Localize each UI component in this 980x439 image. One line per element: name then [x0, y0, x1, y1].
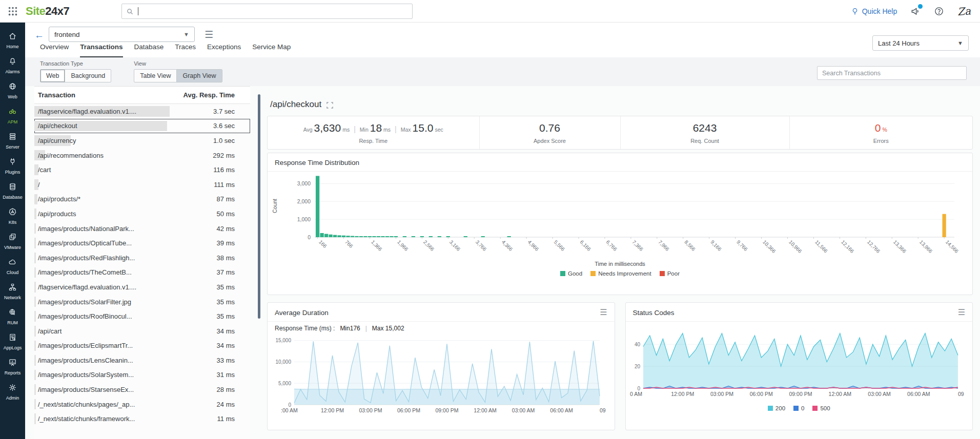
avg-value: 3,630	[314, 122, 341, 134]
tab-database[interactable]: Database	[134, 43, 164, 57]
table-row[interactable]: /api/products/*87 ms	[34, 192, 250, 207]
card-menu-icon[interactable]: ☰	[600, 308, 607, 317]
table-row[interactable]: /images/products/RedFlashligh...38 ms	[34, 250, 250, 265]
apps-grid-icon[interactable]	[7, 6, 18, 17]
average-duration-subtitle: Response Time (ms) : Min176 | Max 15,002	[268, 322, 615, 333]
legend-item-poor[interactable]: Poor	[660, 270, 680, 277]
table-row[interactable]: /images/products/StarsenseEx...28 ms	[34, 382, 250, 397]
sidebar-item-vmware[interactable]: VMware	[0, 228, 25, 254]
segment-table-view[interactable]: Table View	[134, 70, 176, 82]
legend-item-500[interactable]: 500	[812, 405, 830, 411]
sidebar-item-label: Database	[3, 195, 23, 200]
segment-graph-view[interactable]: Graph View	[176, 70, 221, 82]
sidebar-item-k8s[interactable]: K8s	[0, 203, 25, 228]
table-row[interactable]: /cart116 ms	[34, 162, 250, 177]
segment-background[interactable]: Background	[65, 70, 111, 82]
scrollbar-thumb[interactable]	[258, 94, 260, 319]
sidebar-item-apm[interactable]: APM	[0, 103, 25, 128]
sidebar-item-admin[interactable]: Admin	[0, 379, 25, 404]
sidebar-item-database[interactable]: Database	[0, 178, 25, 203]
application-selector[interactable]: frontend ▼	[49, 27, 195, 42]
sidebar-item-plugins[interactable]: Plugins	[0, 153, 25, 178]
avg-duration-chart[interactable]: 05,00010,00015,000:00 AM12:00 PM03:00 PM…	[268, 333, 606, 416]
sidebar-item-cloud[interactable]: Cloud	[0, 254, 25, 279]
sidebar-item-network[interactable]: Network	[0, 279, 25, 304]
errors-unit: %	[882, 127, 887, 133]
sidebar-item-server[interactable]: Server	[0, 128, 25, 153]
transaction-name: /images/products/SolarFilter.jpg	[34, 298, 131, 306]
transactions-table-header: Transaction Avg. Resp. Time	[34, 86, 250, 104]
help-icon[interactable]	[934, 6, 944, 16]
table-row[interactable]: /images/products/NationalPark...42 ms	[34, 221, 250, 236]
table-row[interactable]: /api/cart34 ms	[34, 324, 250, 339]
sidebar-item-applogs[interactable]: AppLogs	[0, 329, 25, 354]
average-duration-header: Average Duration ☰	[268, 303, 615, 322]
topbar-actions: Quick Help Za	[851, 0, 971, 23]
table-row[interactable]: /images/products/EclipsmartTr...34 ms	[34, 339, 250, 353]
table-row[interactable]: /flagservice/flagd.evaluation.v1....35 m…	[34, 280, 250, 295]
tab-traces[interactable]: Traces	[175, 43, 196, 57]
legend-label: 500	[820, 405, 830, 411]
table-row[interactable]: /images/products/OpticalTube...39 ms	[34, 236, 250, 250]
table-row[interactable]: /_next/static/chunks/framework...11 ms	[34, 411, 250, 426]
transaction-type-label: Transaction Type	[40, 60, 111, 67]
table-row[interactable]: /images/products/LensCleanin...33 ms	[34, 353, 250, 368]
legend-item-200[interactable]: 200	[768, 405, 785, 411]
app-list-menu-icon[interactable]: ☰	[205, 29, 213, 40]
legend-item-needs-improvement[interactable]: Needs Improvement	[590, 270, 651, 277]
sidebar-item-reports[interactable]: Reports	[0, 354, 25, 379]
svg-text:06:00 AM: 06:00 AM	[550, 407, 573, 413]
search-icon	[126, 8, 134, 15]
tab-service-map[interactable]: Service Map	[252, 43, 291, 57]
chevron-down-icon: ▼	[183, 31, 189, 37]
apdex-stat: 0.76 Apdex Score	[479, 116, 620, 149]
subheader: ← frontend ▼ ☰ Last 24 Hours ▼ OverviewT…	[25, 23, 980, 57]
search-transactions-input[interactable]	[817, 66, 967, 80]
table-row[interactable]: /api/recommendations292 ms	[34, 148, 250, 163]
legend-item-0[interactable]: 0	[793, 405, 804, 411]
legend-label: Poor	[667, 270, 680, 277]
card-menu-icon[interactable]: ☰	[958, 308, 965, 317]
svg-text:09:0: 09:0	[958, 391, 964, 397]
transaction-name: /api/products	[34, 210, 76, 218]
table-row[interactable]: /images/products/TheCometB...37 ms	[34, 265, 250, 280]
table-row[interactable]: /api/currency1.0 sec	[34, 133, 250, 148]
quick-help-button[interactable]: Quick Help	[851, 7, 897, 15]
table-row[interactable]: /images/products/RoofBinocul...35 ms	[34, 309, 250, 324]
sidebar-item-label: VMware	[4, 245, 21, 250]
sidebar-item-label: Alarms	[5, 69, 19, 74]
distribution-chart[interactable]: 01,0002,0003,000Count1667661,3661,9662,5…	[268, 172, 965, 260]
table-row[interactable]: /api/products50 ms	[34, 206, 250, 221]
tab-exceptions[interactable]: Exceptions	[207, 43, 241, 57]
table-row[interactable]: /api/checkout3.6 sec	[34, 119, 250, 134]
avg-resp-time-value: 111 ms	[214, 181, 235, 189]
sidebar-item-rum[interactable]: RUM	[0, 304, 25, 329]
back-arrow-icon[interactable]: ←	[34, 30, 44, 41]
user-avatar[interactable]: Za	[957, 5, 971, 18]
expand-icon[interactable]	[326, 101, 333, 108]
tab-transactions[interactable]: Transactions	[80, 43, 122, 57]
table-row[interactable]: /images/products/SolarSystem...31 ms	[34, 368, 250, 383]
segment-web[interactable]: Web	[40, 70, 65, 82]
announcements-icon[interactable]	[910, 6, 921, 16]
application-selector-value: frontend	[54, 31, 80, 38]
global-search-input[interactable]	[121, 4, 413, 19]
binoculars-icon	[8, 107, 17, 118]
svg-text:1,366: 1,366	[370, 239, 383, 253]
status-codes-chart[interactable]: 020400 AM12:00 PM03:00 PM06:00 PM09:00 P…	[626, 322, 964, 400]
sidebar-item-alarms[interactable]: Alarms	[0, 53, 25, 78]
tab-overview[interactable]: Overview	[40, 43, 69, 57]
table-row[interactable]: /flagservice/flagd.evaluation.v1....3.7 …	[34, 104, 250, 119]
sidebar-item-web[interactable]: Web	[0, 78, 25, 103]
legend-item-good[interactable]: Good	[560, 270, 582, 277]
table-row[interactable]: /images/products/SolarFilter.jpg35 ms	[34, 295, 250, 309]
errors-value: 0	[875, 122, 881, 134]
table-row[interactable]: /_next/static/chunks/pages/_ap...24 ms	[34, 397, 250, 412]
time-range-value: Last 24 Hours	[878, 39, 920, 47]
table-row[interactable]: /111 ms	[34, 177, 250, 192]
site24x7-logo[interactable]: Site24x7	[26, 5, 69, 18]
rum-globe-icon	[8, 308, 17, 319]
sidebar-item-home[interactable]: Home	[0, 28, 25, 53]
svg-text:40: 40	[634, 342, 640, 347]
time-range-selector[interactable]: Last 24 Hours ▼	[872, 35, 969, 51]
